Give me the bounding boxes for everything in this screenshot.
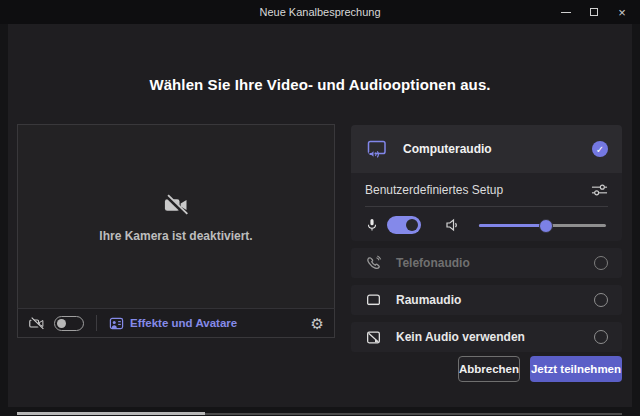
computer-audio-option[interactable]: Computeraudio ✓ [351, 125, 622, 173]
divider [96, 315, 97, 331]
minimize-icon [561, 12, 571, 13]
minimize-button[interactable] [552, 0, 580, 24]
computer-audio-label: Computeraudio [403, 142, 492, 156]
camera-status-text: Ihre Kamera ist deaktiviert. [99, 229, 252, 243]
microphone-icon [365, 217, 379, 233]
join-now-button[interactable]: Jetzt teilnehmen [530, 356, 622, 382]
no-audio-label: Kein Audio verwenden [396, 330, 525, 344]
custom-setup-panel: Benutzerdefiniertes Setup [351, 173, 622, 241]
page-title: Wählen Sie Ihre Video- und Audiooptionen… [0, 76, 640, 93]
toggle-knob [57, 319, 66, 328]
titlebar: Neue Kanalbesprechung × [0, 0, 640, 24]
room-audio-option[interactable]: Raumaudio [351, 285, 622, 315]
settings-gear-icon[interactable]: ⚙ [311, 316, 324, 331]
volume-slider-knob[interactable] [539, 219, 553, 233]
selected-check-icon: ✓ [592, 141, 608, 157]
microphone-toggle[interactable] [387, 216, 421, 234]
close-icon: × [618, 6, 626, 19]
scrollbar-thumb[interactable] [17, 412, 205, 415]
camera-off-icon [162, 191, 190, 219]
volume-slider-fill [479, 224, 546, 227]
close-button[interactable]: × [608, 0, 636, 24]
camera-off-icon [28, 315, 45, 332]
no-audio-icon [365, 329, 382, 346]
effects-avatar-icon [109, 316, 124, 331]
room-audio-radio[interactable] [594, 293, 608, 307]
volume-slider[interactable] [479, 218, 606, 232]
camera-toggle[interactable] [54, 316, 84, 331]
maximize-icon [590, 8, 598, 16]
no-audio-radio[interactable] [594, 330, 608, 344]
toggle-knob [406, 219, 418, 231]
cancel-button[interactable]: Abbrechen [458, 356, 520, 382]
custom-setup-label: Benutzerdefiniertes Setup [365, 183, 503, 197]
computer-audio-icon [365, 137, 389, 161]
phone-audio-radio[interactable] [594, 256, 608, 270]
phone-audio-label: Telefonaudio [396, 256, 470, 270]
no-audio-option[interactable]: Kein Audio verwenden [351, 322, 622, 352]
phone-icon [365, 255, 382, 272]
camera-controls-bar: Effekte und Avatare ⚙ [17, 308, 335, 338]
effects-avatars-link[interactable]: Effekte und Avatare [130, 317, 237, 329]
teams-join-window: Neue Kanalbesprechung × Wählen Sie Ihre … [0, 0, 640, 416]
maximize-button[interactable] [580, 0, 608, 24]
room-audio-icon [365, 292, 382, 309]
window-title: Neue Kanalbesprechung [0, 0, 640, 24]
speaker-icon [445, 217, 461, 233]
room-audio-label: Raumaudio [396, 293, 461, 307]
phone-audio-option[interactable]: Telefonaudio [351, 248, 622, 278]
divider [365, 206, 608, 207]
audio-settings-sliders-icon[interactable] [591, 183, 608, 197]
camera-preview: Ihre Kamera ist deaktiviert. [17, 124, 335, 308]
